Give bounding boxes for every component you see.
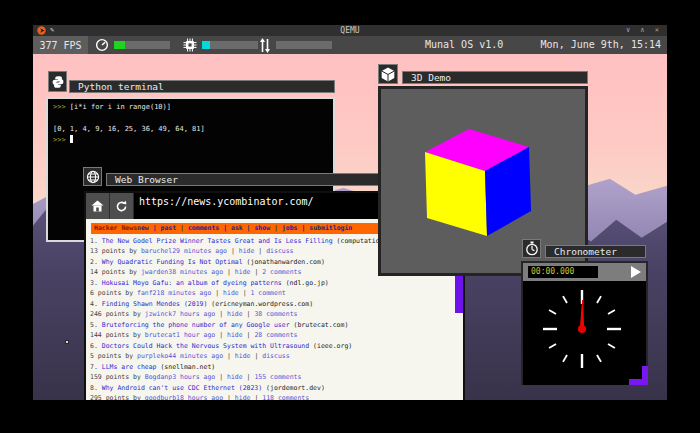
story-title-line: 5. Bruteforcing the phone number of any … bbox=[90, 320, 463, 330]
meta-link[interactable]: 18 minutes ago bbox=[157, 289, 212, 297]
play-button[interactable] bbox=[631, 266, 641, 278]
fps-counter: 377 FPS bbox=[33, 36, 88, 54]
browser-title: Web Browser bbox=[115, 174, 178, 185]
stopwatch-icon bbox=[525, 241, 539, 256]
terminal-title: Python terminal bbox=[78, 81, 164, 92]
meta-link[interactable]: 38 minutes ago bbox=[168, 268, 223, 276]
story-link[interactable]: Why Android can't use CDC Ethernet (2023… bbox=[102, 384, 262, 392]
meta-link[interactable]: discuss bbox=[266, 247, 293, 255]
chronometer-clock bbox=[523, 281, 646, 385]
python-app-icon[interactable] bbox=[48, 71, 67, 92]
meta-link[interactable]: Bogdanp bbox=[145, 373, 172, 381]
terminal-cursor bbox=[70, 135, 73, 143]
resize-handle[interactable] bbox=[629, 366, 648, 385]
meta-link[interactable]: hide bbox=[227, 331, 243, 339]
terminal-line: >>> bbox=[53, 135, 328, 146]
story-title-line: 4. Finding Shawn Mendes (2019) (ericneym… bbox=[90, 299, 463, 309]
qemu-title: QEMU bbox=[33, 25, 667, 36]
terminal-line bbox=[53, 113, 328, 124]
chronometer-toolbar: 00:00.000 bbox=[523, 263, 646, 281]
meta-link[interactable]: 3 hours ago bbox=[172, 373, 215, 381]
meta-link[interactable]: hide bbox=[239, 247, 255, 255]
hn-logo[interactable]: Hacker News bbox=[94, 224, 137, 232]
story-meta-line: 295 points by goodburb18 hours ago | hid… bbox=[90, 393, 463, 400]
meta-link[interactable]: discuss bbox=[262, 352, 289, 360]
refresh-button[interactable] bbox=[110, 193, 134, 219]
terminal-titlebar[interactable]: Python terminal bbox=[69, 80, 335, 93]
demo3d-titlebar[interactable]: 3D Demo bbox=[402, 71, 588, 84]
meta-link[interactable]: hide bbox=[227, 310, 243, 318]
cpu-load-meter bbox=[95, 36, 170, 54]
meta-link[interactable]: hide bbox=[235, 394, 251, 400]
home-button[interactable] bbox=[86, 193, 110, 219]
meta-link[interactable]: 29 minutes ago bbox=[172, 247, 227, 255]
story-link[interactable]: Doctors Could Hack the Nervous System wi… bbox=[102, 342, 309, 350]
meta-link[interactable]: baruchel bbox=[141, 247, 172, 255]
story-meta-line: 246 points by jzwinck7 hours ago | hide … bbox=[90, 309, 463, 319]
meta-link[interactable]: hide bbox=[235, 268, 251, 276]
hn-nav-links[interactable]: new | past | comments | ask | show | job… bbox=[137, 224, 333, 232]
meta-link[interactable]: purpleko4 bbox=[137, 352, 172, 360]
globe-icon bbox=[86, 170, 100, 184]
qemu-logo-icon bbox=[37, 26, 46, 35]
clock-hub bbox=[578, 325, 586, 333]
meta-link[interactable]: jzwinck bbox=[145, 310, 172, 318]
home-icon bbox=[91, 200, 104, 212]
story-title-line: 8. Why Android can't use CDC Ethernet (2… bbox=[90, 383, 463, 393]
meta-link[interactable]: jwarden bbox=[141, 268, 168, 276]
story-meta-line: 144 points by brutecat1 hour ago | hide … bbox=[90, 330, 463, 340]
story-link[interactable]: The New Godel Prize Winner Tastes Great … bbox=[102, 237, 333, 245]
meta-link[interactable]: goodburb bbox=[145, 394, 176, 400]
meta-link[interactable]: hide bbox=[227, 373, 243, 381]
terminal-output: >>> [i*i for i in range(10)] [0, 1, 4, 9… bbox=[53, 102, 328, 146]
meter-fill bbox=[202, 41, 210, 49]
chronometer-display: 00:00.000 bbox=[528, 266, 598, 278]
meta-link[interactable]: 1 hour ago bbox=[176, 331, 215, 339]
meter-track bbox=[202, 41, 258, 49]
meta-link[interactable]: 2 comments bbox=[262, 268, 301, 276]
demo3d-title: 3D Demo bbox=[411, 72, 451, 83]
chronometer-window: 00:00.000 bbox=[521, 261, 648, 385]
clock-face bbox=[523, 281, 646, 381]
window-controls[interactable]: ∨ ∧ × bbox=[626, 25, 662, 36]
meta-link[interactable]: 38 comments bbox=[254, 310, 297, 318]
meta-link[interactable]: hide bbox=[235, 352, 251, 360]
meta-link[interactable]: 18 hours ago bbox=[176, 394, 223, 400]
qemu-titlebar[interactable]: QEMU ✎ ∨ ∧ × bbox=[33, 25, 667, 36]
meta-link[interactable]: fanf2 bbox=[137, 289, 157, 297]
meta-link[interactable]: 155 comments bbox=[254, 373, 301, 381]
demo3d-app-icon[interactable] bbox=[378, 64, 398, 84]
terminal-line: [0, 1, 4, 9, 16, 25, 36, 49, 64, 81] bbox=[53, 124, 328, 135]
hn-login-link[interactable]: login bbox=[333, 224, 353, 232]
cube-icon bbox=[381, 67, 395, 82]
meter-track bbox=[276, 41, 332, 49]
meta-link[interactable]: hide bbox=[223, 289, 239, 297]
story-meta-line: 159 points by Bogdanp3 hours ago | hide … bbox=[90, 372, 463, 382]
meta-link[interactable]: 28 comments bbox=[254, 331, 297, 339]
chronometer-title: Chronometer bbox=[554, 246, 617, 257]
meter-fill bbox=[114, 41, 125, 49]
os-name: Munal OS v1.0 bbox=[425, 36, 503, 54]
python-logo-icon bbox=[51, 75, 65, 89]
meta-link[interactable]: 118 comments bbox=[262, 394, 309, 400]
os-desktop: Python terminal >>> [i*i for i in range(… bbox=[33, 54, 667, 400]
chronometer-titlebar[interactable]: Chronometer bbox=[545, 245, 646, 258]
story-link[interactable]: Finding Shawn Mendes (2019) bbox=[102, 300, 208, 308]
meta-link[interactable]: 7 hours ago bbox=[172, 310, 215, 318]
terminal-line: >>> [i*i for i in range(10)] bbox=[53, 102, 328, 113]
chronometer-app-icon[interactable] bbox=[522, 239, 541, 258]
story-meta-line: 5 points by purpleko44 minutes ago | hid… bbox=[90, 351, 463, 361]
browser-app-icon[interactable] bbox=[83, 167, 102, 186]
story-link[interactable]: Bruteforcing the phone number of any Goo… bbox=[102, 321, 290, 329]
refresh-icon bbox=[115, 200, 128, 213]
story-title-line: 6. Doctors Could Hack the Nervous System… bbox=[90, 341, 463, 351]
story-meta-line: 6 points by fanf218 minutes ago | hide |… bbox=[90, 288, 463, 298]
meta-link[interactable]: 4 minutes ago bbox=[172, 352, 223, 360]
meta-link[interactable]: 1 comment bbox=[251, 289, 286, 297]
story-title-line: 3. Hokusai Moyo Gafu: an album of dyeing… bbox=[90, 278, 463, 288]
story-link[interactable]: Why Quadratic Funding Is Not Optimal bbox=[102, 258, 243, 266]
meta-link[interactable]: brutecat bbox=[145, 331, 176, 339]
story-link[interactable]: Hokusai Moyo Gafu: an album of dyeing pa… bbox=[102, 279, 282, 287]
pencil-icon: ✎ bbox=[50, 27, 54, 34]
story-link[interactable]: LLMs are cheap bbox=[102, 363, 157, 371]
